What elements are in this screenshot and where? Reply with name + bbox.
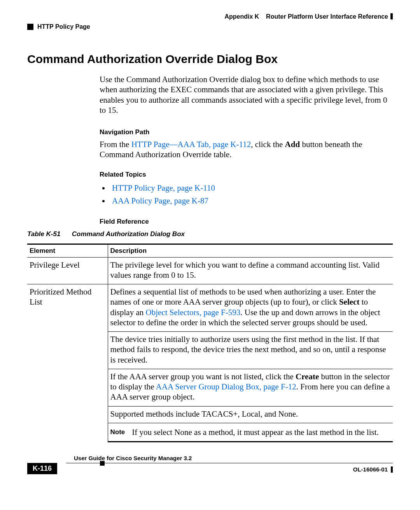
aaa-server-group-dialog-link[interactable]: AAA Server Group Dialog Box, page F-12 <box>156 382 296 391</box>
object-selectors-link[interactable]: Object Selectors, page F-593 <box>145 308 240 317</box>
page-footer: User Guide for Cisco Security Manager 3.… <box>27 455 393 463</box>
intro-paragraph: Use the Command Authorization Override d… <box>100 74 393 115</box>
related-topics-heading: Related Topics <box>100 171 393 179</box>
create-bold: Create <box>296 372 319 381</box>
table-header-row: Element Description <box>27 244 393 257</box>
table-title: Command Authorization Dialog Box <box>72 230 185 238</box>
table-caption: Table K-51 Command Authorization Dialog … <box>27 230 393 238</box>
cell-description: If the AAA server group you want is not … <box>108 369 393 406</box>
page-content: Command Authorization Override Dialog Bo… <box>27 53 393 442</box>
field-reference-table: Element Description Privilege Level The … <box>27 244 393 443</box>
cell-description: The privilege level for which you want t… <box>108 257 393 284</box>
http-page-aaa-tab-link[interactable]: HTTP Page—AAA Tab, page K-112 <box>131 140 251 149</box>
note-label: Note <box>110 427 125 436</box>
table-number: Table K-51 <box>27 230 70 238</box>
cell-element: Prioritized Method List <box>27 284 108 442</box>
navigation-path-heading: Navigation Path <box>100 128 393 136</box>
related-topics-list: HTTP Policy Page, page K-110 AAA Policy … <box>100 182 393 208</box>
header-breadcrumb: HTTP Policy Page <box>27 23 90 30</box>
header-appendix: Appendix K Router Platform User Interfac… <box>224 13 393 20</box>
appendix-title: Router Platform User Interface Reference <box>266 13 388 20</box>
appendix-label: Appendix K <box>224 13 259 20</box>
table-row: Prioritized Method List Defines a sequen… <box>27 284 393 332</box>
aaa-policy-page-link[interactable]: AAA Policy Page, page K-87 <box>112 196 208 205</box>
header-square-icon <box>27 24 33 30</box>
note-text: If you select None as a method, it must … <box>132 427 379 437</box>
cell-element: Privilege Level <box>27 257 108 284</box>
page-number: K-116 <box>27 463 57 474</box>
footer-bar-icon <box>391 466 393 473</box>
header-marker-icon <box>390 13 393 19</box>
cell-description: The device tries initially to authorize … <box>108 332 393 369</box>
col-header-description: Description <box>108 244 393 257</box>
cell-description: Note If you select None as a method, it … <box>108 423 393 442</box>
page-title: Command Authorization Override Dialog Bo… <box>27 53 393 66</box>
field-reference-heading: Field Reference <box>100 218 393 226</box>
breadcrumb-text: HTTP Policy Page <box>37 23 90 30</box>
navigation-path-text: From the HTTP Page—AAA Tab, page K-112, … <box>100 139 393 160</box>
table-row: Privilege Level The privilege level for … <box>27 257 393 284</box>
list-item: HTTP Policy Page, page K-110 <box>110 182 393 195</box>
page-header: Appendix K Router Platform User Interfac… <box>27 13 393 25</box>
footer-doc-id: OL-16066-01 <box>353 466 393 473</box>
select-bold: Select <box>339 297 359 307</box>
footer-square-icon <box>100 461 105 466</box>
cell-description: Defines a sequential list of methods to … <box>108 284 393 332</box>
cell-description: Supported methods include TACACS+, Local… <box>108 406 393 423</box>
footer-guide-title: User Guide for Cisco Security Manager 3.… <box>74 455 393 461</box>
add-bold: Add <box>285 140 300 149</box>
col-header-element: Element <box>27 244 108 257</box>
list-item: AAA Policy Page, page K-87 <box>110 195 393 208</box>
http-policy-page-link[interactable]: HTTP Policy Page, page K-110 <box>112 183 215 193</box>
footer-rule <box>66 463 393 463</box>
